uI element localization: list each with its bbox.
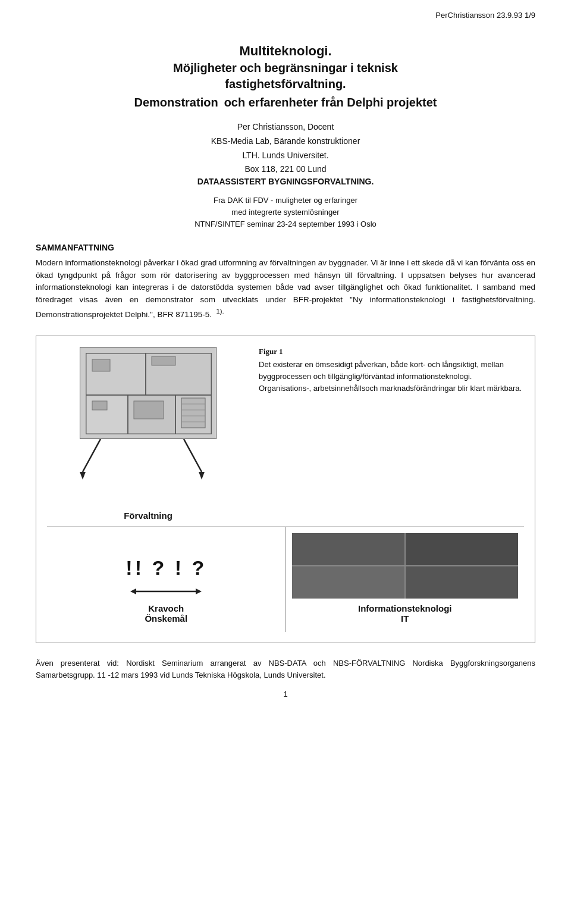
footer-note: Även presenterat vid: Nordiskt Seminariu… [36,657,535,681]
demo-rest: och erfarenheter från Delphi projektet [224,96,437,109]
photo-cell-4 [406,566,518,599]
footnote-ref: 1). [216,308,224,315]
fra-dak-line1: Fra DAK til FDV - muligheter og erfaring… [36,195,535,206]
double-arrow-svg [130,583,202,600]
krav-label: Kravoch Önskemål [145,603,187,624]
title-demo-line: Demonstration och erfarenheter från Delp… [36,96,535,109]
svg-rect-12 [92,401,107,410]
fra-dak-block: Fra DAK til FDV - muligheter og erfaring… [36,195,535,230]
title-line3: fastighetsförvaltning. [36,77,535,91]
page-header: PerChristiansson 23.9.93 1/9 [36,0,535,26]
svg-rect-11 [152,356,175,365]
building-image [80,347,217,439]
photo-cell-2 [406,533,518,565]
author-affiliation1: KBS-Media Lab, Bärande konstruktioner [36,134,535,149]
sammanfattning-label: SAMMANFATTNING [36,243,535,252]
figure-caption: Figur 1 Det existerar en ömsesidigt påve… [259,347,524,521]
header-text: PerChristiansson 23.9.93 1/9 [435,11,535,20]
fra-dak-line2: med integrerte systemlösninger [36,206,535,218]
diagram-arrows-svg [47,439,249,493]
bottom-two-cols: !! ? ! ? Kravoch Önskemål [47,527,524,632]
figure-caption-title: Figur 1 [259,347,524,356]
it-label: Informationsteknologi IT [358,603,452,624]
svg-line-19 [83,439,101,472]
page: PerChristiansson 23.9.93 1/9 Multiteknol… [0,0,571,924]
it-photo-inner [292,533,519,599]
demo-word: Demonstration [134,96,218,109]
figure-box: Förvaltning Figur 1 Det existerar en öms… [36,336,535,643]
sammanfattning-para1: Modern informationsteknologi påverkar i … [36,257,535,321]
it-col: Informationsteknologi IT [286,527,525,632]
svg-line-21 [184,439,202,472]
author-name: Per Christiansson, Docent [36,120,535,134]
svg-marker-24 [130,588,136,594]
title-line2: Möjligheter och begränsningar i teknisk [36,61,535,75]
photo-cell-3 [292,566,404,599]
svg-marker-20 [80,472,86,480]
svg-rect-14 [181,398,205,428]
figure-top-section: Förvaltning Figur 1 Det existerar en öms… [47,347,524,521]
svg-rect-13 [134,401,164,419]
svg-marker-25 [196,588,202,594]
figure-caption-text: Det existerar en ömsesidigt påverkan, bå… [259,359,524,394]
author-affiliation2: LTH. Lunds Universitet. [36,149,535,163]
it-photo [292,533,519,599]
fra-dak-line3: NTNF/SINTEF seminar 23-24 september 1993… [36,218,535,230]
svg-marker-22 [199,472,205,480]
krav-symbols: !! ? ! ? [126,556,206,580]
title-line1: Multiteknologi. [36,43,535,59]
author-block: Per Christiansson, Docent KBS-Media Lab,… [36,120,535,177]
krav-col: !! ? ! ? Kravoch Önskemål [47,527,286,632]
photo-cell-1 [292,533,404,565]
page-number: 1 [36,690,535,699]
section-label: DATAASSISTERT BYGNINGSFORVALTNING. [36,177,535,186]
title-block: Multiteknologi. Möjligheter och begränsn… [36,43,535,109]
author-address: Box 118, 221 00 Lund [36,162,535,177]
left-diagram: Förvaltning [47,347,249,521]
forvaltning-label: Förvaltning [124,510,172,521]
svg-rect-10 [92,359,110,371]
floor-plan-svg [80,347,217,439]
